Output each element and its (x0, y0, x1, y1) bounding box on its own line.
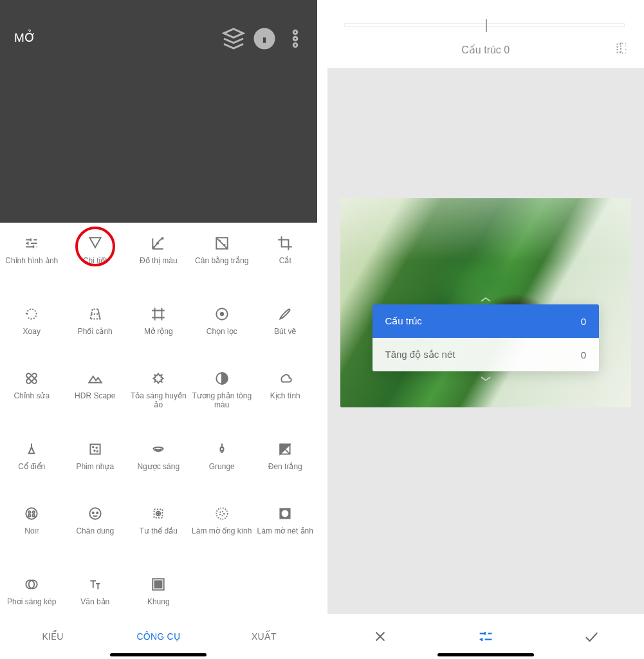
tool-label: Văn bản (80, 598, 109, 607)
tool-label: Khung (147, 598, 170, 607)
tool-vintage[interactable]: Cổ điển (0, 435, 64, 499)
tool-selective[interactable]: Chọn lọc (190, 300, 254, 364)
tool-label: Chi tiết (83, 257, 107, 266)
tab-styles[interactable]: KIỂU (0, 631, 106, 642)
tool-grunge[interactable]: Grunge (190, 435, 254, 499)
tool-label: Đen trắng (268, 463, 302, 472)
svg-point-5 (293, 43, 297, 47)
tool-label: Phơi sáng kép (7, 598, 56, 607)
open-button[interactable]: MỞ (14, 30, 35, 45)
tool-text[interactable]: Văn bản (64, 570, 127, 614)
slider-header: Cấu trúc 0 (327, 0, 645, 68)
apply-button[interactable] (538, 627, 644, 645)
svg-point-6 (153, 246, 154, 248)
tool-label: Mở rộng (144, 328, 173, 337)
bottom-tabs: KIỂU CÔNG CỤ XUẤT (0, 614, 317, 659)
image-preview-area: MỞ (0, 0, 317, 223)
tool-label: Chân dung (76, 527, 114, 536)
tool-label: Cắt (279, 257, 291, 266)
tool-label: Chỉnh hình ảnh (5, 257, 58, 266)
cancel-button[interactable] (327, 628, 433, 645)
tool-label: Làm mờ ống kính (192, 527, 252, 536)
tab-export[interactable]: XUẤT (211, 631, 317, 642)
svg-point-3 (293, 30, 297, 34)
tool-frames[interactable]: Khung (127, 570, 190, 614)
tool-rotate[interactable]: Xoay (0, 300, 64, 364)
tool-crop[interactable]: Cắt (253, 229, 317, 300)
home-indicator (110, 653, 207, 656)
param-sharpening[interactable]: Tăng độ sắc nét 0 (373, 338, 600, 371)
tool-grainy[interactable]: Phim nhựa (64, 435, 127, 499)
tool-perspective[interactable]: Phối cảnh (64, 300, 127, 364)
edit-canvas: Cấu trúc 0 Tăng độ sắc nét 0 (327, 68, 645, 614)
tool-label: Làm mờ nét ảnh (257, 527, 313, 536)
param-value: 0 (581, 349, 586, 360)
tool-label: Bút vẽ (274, 328, 296, 337)
tool-hdr[interactable]: HDR Scape (64, 364, 127, 435)
layers-icon[interactable] (221, 26, 246, 51)
tool-empty (190, 570, 254, 614)
tool-portrait[interactable]: Chân dung (64, 499, 127, 570)
tool-healing[interactable]: Chỉnh sửa (0, 364, 64, 435)
svg-rect-15 (90, 444, 100, 454)
tool-label: Xoay (23, 328, 41, 337)
svg-point-24 (28, 515, 30, 517)
svg-point-34 (282, 510, 289, 517)
svg-point-17 (96, 447, 97, 449)
chevron-down-icon (479, 376, 492, 382)
svg-point-28 (97, 512, 98, 514)
tool-retrolux[interactable]: Ngược sáng (127, 435, 190, 499)
phone-left-tools: MỞ Chỉnh hình ảnh Chi tiết Đồ thị màu Câ… (0, 0, 322, 659)
value-slider[interactable] (344, 23, 625, 27)
tool-drama[interactable]: Kịch tính (253, 364, 317, 435)
param-structure[interactable]: Cấu trúc 0 (373, 304, 600, 338)
tool-bw[interactable]: Đen trắng (253, 435, 317, 499)
tool-label: Tỏa sáng huyền ảo (127, 392, 190, 410)
tool-noir[interactable]: Noir (0, 499, 64, 570)
info-icon[interactable] (252, 26, 277, 51)
svg-point-18 (94, 450, 95, 451)
param-name: Tăng độ sắc nét (385, 349, 455, 360)
tool-tune[interactable]: Chỉnh hình ảnh (0, 229, 64, 300)
edit-toolbar (327, 614, 645, 659)
tool-vignette[interactable]: Làm mờ nét ảnh (253, 499, 317, 570)
more-icon[interactable] (282, 26, 308, 51)
tool-label: Cân bằng trắng (195, 257, 248, 266)
tool-label: Phim nhựa (76, 463, 114, 472)
svg-point-21 (26, 508, 37, 519)
slider-value-label: Cấu trúc 0 (327, 44, 645, 56)
slider-handle[interactable] (486, 19, 487, 32)
tool-label: Grunge (209, 463, 235, 472)
tool-headpose[interactable]: Tư thế đầu (127, 499, 190, 570)
svg-point-4 (293, 37, 297, 41)
tool-lensblur[interactable]: Làm mờ ống kính (190, 499, 254, 570)
svg-rect-38 (155, 581, 162, 588)
svg-point-26 (89, 508, 100, 519)
tool-curves[interactable]: Đồ thị màu (127, 229, 190, 300)
tool-double-exposure[interactable]: Phơi sáng kép (0, 570, 64, 614)
tool-label: Ngược sáng (137, 463, 179, 472)
compare-icon[interactable] (613, 40, 630, 59)
chevron-up-icon (479, 296, 492, 302)
tool-label: Phối cảnh (78, 328, 113, 337)
tool-label: HDR Scape (75, 392, 115, 401)
tool-details[interactable]: Chi tiết (64, 229, 127, 300)
tool-expand[interactable]: Mở rộng (127, 300, 190, 364)
photo-preview[interactable]: Cấu trúc 0 Tăng độ sắc nét 0 (340, 198, 632, 407)
tool-label: Cổ điển (18, 463, 45, 472)
tool-label: Chỉnh sửa (14, 392, 50, 401)
tool-label: Tương phản tông màu (190, 392, 254, 410)
tools-grid: Chỉnh hình ảnh Chi tiết Đồ thị màu Cân b… (0, 223, 317, 614)
tool-brush[interactable]: Bút vẽ (253, 300, 317, 364)
tool-tonal[interactable]: Tương phản tông màu (190, 364, 254, 435)
svg-point-11 (221, 313, 223, 315)
tool-label: Đồ thị màu (140, 257, 178, 266)
tool-label: Noir (24, 527, 39, 536)
adjust-button[interactable] (433, 627, 538, 645)
tab-tools[interactable]: CÔNG CỤ (106, 631, 211, 642)
svg-point-31 (216, 508, 227, 519)
svg-point-25 (33, 515, 35, 517)
tool-glamour[interactable]: Tỏa sáng huyền ảo (127, 364, 190, 435)
svg-point-32 (220, 512, 225, 516)
tool-white-balance[interactable]: Cân bằng trắng (190, 229, 254, 300)
